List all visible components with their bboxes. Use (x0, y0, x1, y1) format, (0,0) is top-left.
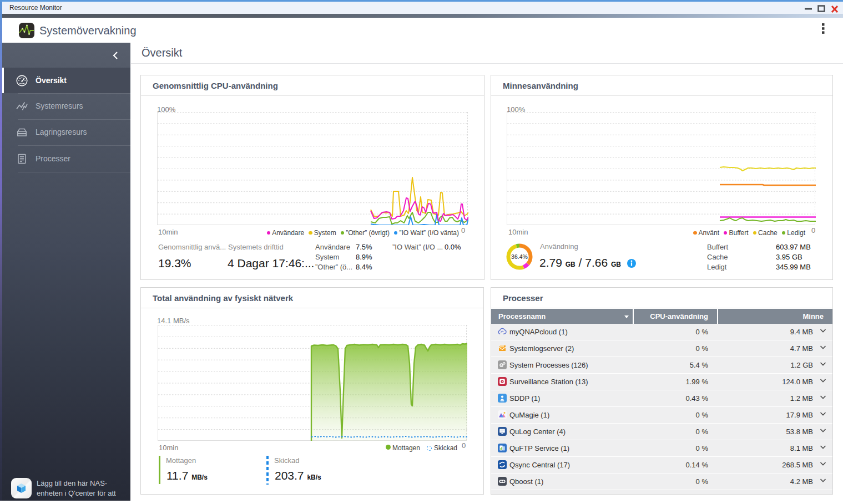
svg-text:36.4%: 36.4% (511, 253, 528, 260)
